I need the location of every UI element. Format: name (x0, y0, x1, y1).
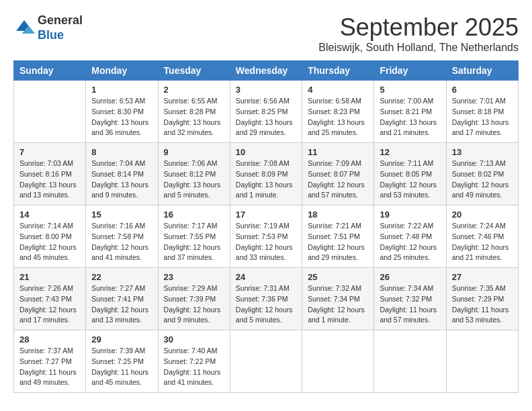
location-title: Bleiswijk, South Holland, The Netherland… (318, 42, 519, 54)
day-info: Sunrise: 7:14 AM Sunset: 8:00 PM Dayligh… (19, 221, 80, 263)
day-number: 6 (452, 85, 513, 95)
day-info: Sunrise: 7:17 AM Sunset: 7:55 PM Dayligh… (164, 221, 224, 263)
weekday-header-saturday: Saturday (446, 61, 518, 81)
day-number: 29 (91, 334, 152, 345)
calendar-cell: 6Sunrise: 7:01 AM Sunset: 8:18 PM Daylig… (446, 81, 518, 143)
day-number: 7 (19, 147, 80, 157)
day-info: Sunrise: 7:34 AM Sunset: 7:32 PM Dayligh… (380, 283, 440, 326)
day-number: 27 (452, 272, 513, 282)
day-info: Sunrise: 7:03 AM Sunset: 8:16 PM Dayligh… (19, 158, 80, 201)
calendar-cell: 8Sunrise: 7:04 AM Sunset: 8:14 PM Daylig… (86, 143, 158, 205)
calendar-cell: 19Sunrise: 7:22 AM Sunset: 7:48 PM Dayli… (374, 205, 446, 268)
calendar-week-3: 14Sunrise: 7:14 AM Sunset: 8:00 PM Dayli… (14, 205, 519, 268)
calendar-cell: 23Sunrise: 7:29 AM Sunset: 7:39 PM Dayli… (158, 268, 230, 330)
day-number: 13 (452, 147, 513, 157)
day-info: Sunrise: 7:22 AM Sunset: 7:48 PM Dayligh… (380, 221, 440, 263)
logo-blue-text: Blue (38, 28, 83, 43)
calendar-cell (446, 330, 518, 393)
day-number: 1 (91, 85, 152, 95)
day-info: Sunrise: 7:21 AM Sunset: 7:51 PM Dayligh… (308, 221, 368, 263)
day-number: 3 (236, 85, 296, 95)
day-info: Sunrise: 7:27 AM Sunset: 7:41 PM Dayligh… (91, 283, 152, 326)
day-info: Sunrise: 7:31 AM Sunset: 7:36 PM Dayligh… (236, 283, 296, 326)
day-info: Sunrise: 7:39 AM Sunset: 7:25 PM Dayligh… (91, 346, 152, 388)
day-info: Sunrise: 7:11 AM Sunset: 8:05 PM Dayligh… (380, 158, 440, 201)
day-info: Sunrise: 7:16 AM Sunset: 7:58 PM Dayligh… (91, 221, 152, 263)
calendar-cell: 25Sunrise: 7:32 AM Sunset: 7:34 PM Dayli… (302, 268, 374, 330)
calendar-cell: 18Sunrise: 7:21 AM Sunset: 7:51 PM Dayli… (302, 205, 374, 268)
calendar-cell (374, 330, 446, 393)
calendar-cell: 11Sunrise: 7:09 AM Sunset: 8:07 PM Dayli… (302, 143, 374, 205)
weekday-header-thursday: Thursday (302, 61, 374, 81)
day-number: 17 (236, 210, 296, 220)
day-info: Sunrise: 6:53 AM Sunset: 8:30 PM Dayligh… (91, 96, 152, 138)
calendar-week-1: 1Sunrise: 6:53 AM Sunset: 8:30 PM Daylig… (14, 81, 519, 143)
day-number: 25 (308, 272, 368, 282)
day-info: Sunrise: 7:26 AM Sunset: 7:43 PM Dayligh… (19, 283, 80, 326)
weekday-header-sunday: Sunday (14, 61, 86, 81)
day-info: Sunrise: 6:58 AM Sunset: 8:23 PM Dayligh… (308, 96, 368, 138)
calendar-cell: 14Sunrise: 7:14 AM Sunset: 8:00 PM Dayli… (14, 205, 86, 268)
calendar-week-4: 21Sunrise: 7:26 AM Sunset: 7:43 PM Dayli… (14, 268, 519, 330)
day-info: Sunrise: 7:04 AM Sunset: 8:14 PM Dayligh… (91, 158, 152, 201)
calendar-cell: 26Sunrise: 7:34 AM Sunset: 7:32 PM Dayli… (374, 268, 446, 330)
weekday-header-monday: Monday (86, 61, 158, 81)
day-number: 26 (380, 272, 440, 282)
day-number: 9 (164, 147, 224, 157)
logo-icon (13, 17, 35, 39)
calendar-cell: 9Sunrise: 7:06 AM Sunset: 8:12 PM Daylig… (158, 143, 230, 205)
day-info: Sunrise: 7:06 AM Sunset: 8:12 PM Dayligh… (164, 158, 224, 201)
calendar-cell (302, 330, 374, 393)
day-info: Sunrise: 7:24 AM Sunset: 7:46 PM Dayligh… (452, 221, 513, 263)
day-info: Sunrise: 7:09 AM Sunset: 8:07 PM Dayligh… (308, 158, 368, 201)
calendar-cell: 30Sunrise: 7:40 AM Sunset: 7:22 PM Dayli… (158, 330, 230, 393)
weekday-header-friday: Friday (374, 61, 446, 81)
day-info: Sunrise: 7:40 AM Sunset: 7:22 PM Dayligh… (164, 346, 224, 388)
day-info: Sunrise: 7:35 AM Sunset: 7:29 PM Dayligh… (452, 283, 513, 326)
weekday-header-wednesday: Wednesday (230, 61, 302, 81)
day-number: 5 (380, 85, 440, 95)
calendar-cell: 1Sunrise: 6:53 AM Sunset: 8:30 PM Daylig… (86, 81, 158, 143)
calendar-week-5: 28Sunrise: 7:37 AM Sunset: 7:27 PM Dayli… (14, 330, 519, 393)
calendar-cell: 27Sunrise: 7:35 AM Sunset: 7:29 PM Dayli… (446, 268, 518, 330)
day-number: 2 (164, 85, 224, 95)
day-info: Sunrise: 7:19 AM Sunset: 7:53 PM Dayligh… (236, 221, 296, 263)
logo-text: General Blue (38, 13, 83, 42)
month-title: September 2025 (318, 13, 519, 42)
day-number: 15 (91, 210, 152, 220)
calendar-cell: 12Sunrise: 7:11 AM Sunset: 8:05 PM Dayli… (374, 143, 446, 205)
calendar-cell (230, 330, 302, 393)
day-info: Sunrise: 7:29 AM Sunset: 7:39 PM Dayligh… (164, 283, 224, 326)
day-info: Sunrise: 6:55 AM Sunset: 8:28 PM Dayligh… (164, 96, 224, 138)
day-info: Sunrise: 7:08 AM Sunset: 8:09 PM Dayligh… (236, 158, 296, 201)
day-number: 23 (164, 272, 224, 282)
day-number: 16 (164, 210, 224, 220)
day-info: Sunrise: 7:37 AM Sunset: 7:27 PM Dayligh… (19, 346, 80, 388)
calendar-cell: 16Sunrise: 7:17 AM Sunset: 7:55 PM Dayli… (158, 205, 230, 268)
calendar-cell: 4Sunrise: 6:58 AM Sunset: 8:23 PM Daylig… (302, 81, 374, 143)
calendar-cell: 7Sunrise: 7:03 AM Sunset: 8:16 PM Daylig… (14, 143, 86, 205)
day-number: 10 (236, 147, 296, 157)
day-number: 24 (236, 272, 296, 282)
calendar-cell: 20Sunrise: 7:24 AM Sunset: 7:46 PM Dayli… (446, 205, 518, 268)
calendar-cell: 13Sunrise: 7:13 AM Sunset: 8:02 PM Dayli… (446, 143, 518, 205)
calendar-cell: 17Sunrise: 7:19 AM Sunset: 7:53 PM Dayli… (230, 205, 302, 268)
day-info: Sunrise: 7:32 AM Sunset: 7:34 PM Dayligh… (308, 283, 368, 326)
calendar-cell: 24Sunrise: 7:31 AM Sunset: 7:36 PM Dayli… (230, 268, 302, 330)
day-number: 8 (91, 147, 152, 157)
calendar-cell: 3Sunrise: 6:56 AM Sunset: 8:25 PM Daylig… (230, 81, 302, 143)
weekday-header-row: SundayMondayTuesdayWednesdayThursdayFrid… (14, 61, 519, 81)
day-number: 18 (308, 210, 368, 220)
day-number: 28 (19, 334, 80, 345)
calendar-cell: 2Sunrise: 6:55 AM Sunset: 8:28 PM Daylig… (158, 81, 230, 143)
calendar-cell: 10Sunrise: 7:08 AM Sunset: 8:09 PM Dayli… (230, 143, 302, 205)
calendar-cell: 15Sunrise: 7:16 AM Sunset: 7:58 PM Dayli… (86, 205, 158, 268)
day-number: 11 (308, 147, 368, 157)
day-number: 22 (91, 272, 152, 282)
calendar-week-2: 7Sunrise: 7:03 AM Sunset: 8:16 PM Daylig… (14, 143, 519, 205)
day-number: 21 (19, 272, 80, 282)
calendar-table: SundayMondayTuesdayWednesdayThursdayFrid… (13, 60, 519, 393)
logo-general-text: General (38, 13, 83, 28)
day-info: Sunrise: 6:56 AM Sunset: 8:25 PM Dayligh… (236, 96, 296, 138)
logo: General Blue (13, 13, 83, 42)
